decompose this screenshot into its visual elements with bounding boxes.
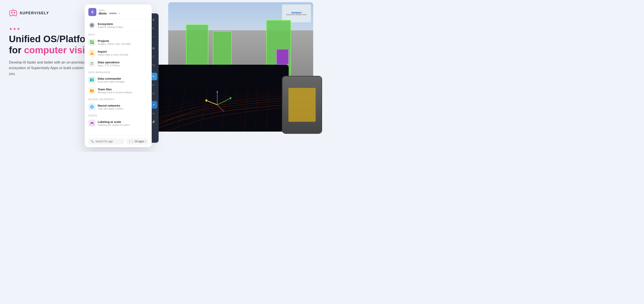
lidar-svg (155, 65, 289, 132)
synopsys-text: synopsys (291, 11, 302, 14)
svg-rect-34 (155, 65, 289, 132)
svg-rect-15 (92, 40, 94, 42)
labeling-subtitle: Labeling job, guides & exams (98, 124, 130, 126)
ecosystem-text: Ecosystem Explore catalog of apps (98, 22, 123, 28)
svg-rect-16 (90, 42, 92, 44)
chevron-down-icon: ▾ (119, 12, 120, 15)
labeling-icon (88, 120, 96, 127)
lidar-background (155, 65, 289, 132)
projects-subtitle: Images, videos, 3Ds, DICOMs (98, 42, 131, 45)
supervisely-logo-icon (9, 9, 18, 18)
import-subtitle: Import data in many formats (98, 53, 128, 56)
svg-rect-20 (92, 78, 94, 82)
svg-rect-1 (11, 12, 12, 14)
data-commander-text: Data commander Dual pane data manager (98, 77, 125, 83)
image-panel: synopsys Build Secure Software Faster (155, 0, 322, 152)
search-wrapper[interactable]: 🔍 (88, 138, 124, 144)
user-name: denis (98, 12, 107, 15)
sidebar-item-labeling[interactable]: Labeling at scale Labeling job, guides &… (85, 118, 152, 128)
search-bar: 🔍 ⋮⋮ All apps › (85, 136, 152, 147)
neural-networks-icon (88, 103, 96, 110)
data-commander-subtitle: Dual pane data manager (98, 80, 125, 83)
ecosystem-subtitle: Explore catalog of apps (98, 26, 123, 28)
sidebar-item-neural-networks[interactable]: Neural networks Train and apply models (85, 102, 152, 112)
logo-text: SUPERVISELY (20, 11, 49, 15)
neural-networks-title: Neural networks (98, 104, 123, 107)
section-neural-networks-label: NEURAL NETWORKS (85, 96, 152, 102)
import-title: Import (98, 50, 128, 53)
svg-rect-19 (90, 78, 92, 82)
tablet-screen (283, 76, 322, 133)
user-name-row: denis ADMIN ▾ (98, 12, 148, 15)
labeling-title: Labeling at scale (98, 120, 130, 124)
search-icon: 🔍 (90, 140, 94, 143)
backpack-overlay (276, 49, 289, 65)
sidebar-item-data-commander[interactable]: Data commander Dual pane data manager (85, 74, 152, 85)
data-operations-text: Data operations Apps, DTL & Python (98, 61, 120, 67)
grid-icon: ⋮⋮ (128, 140, 134, 143)
sidebar-item-import[interactable]: Import Import data in many formats (85, 48, 152, 58)
neural-networks-text: Neural networks Train and apply models (98, 104, 123, 110)
svg-rect-14 (90, 40, 92, 42)
import-text: Import Import data in many formats (98, 50, 128, 56)
team-files-subtitle: Manage local & remote artifacts (98, 91, 132, 94)
sidebar-header: d Team denis ADMIN ▾ (85, 4, 152, 20)
team-files-text: Team files Manage local & remote artifac… (98, 88, 132, 94)
data-commander-icon (88, 76, 96, 84)
svg-point-33 (92, 122, 93, 123)
avatar: d (88, 8, 96, 16)
neural-networks-subtitle: Train and apply models (98, 107, 123, 110)
section-users-label: USERS (85, 112, 152, 118)
user-info: Team denis ADMIN ▾ (98, 9, 148, 15)
section-data-managers-label: DATA MANAGERS (85, 69, 152, 74)
svg-point-27 (92, 106, 92, 107)
svg-point-10 (91, 24, 93, 26)
sidebar-item-projects[interactable]: Projects Images, videos, 3Ds, DICOMs (85, 37, 152, 48)
data-commander-title: Data commander (98, 77, 125, 80)
section-data-label: DATA (85, 31, 152, 37)
labeling-text: Labeling at scale Labeling job, guides &… (98, 120, 130, 126)
import-icon (88, 49, 96, 56)
chevron-right-icon: › (145, 140, 146, 143)
sidebar-item-team-files[interactable]: Team files Manage local & remote artifac… (85, 85, 152, 96)
tablet-content (288, 88, 316, 122)
svg-point-32 (90, 122, 92, 123)
ecosystem-title: Ecosystem (98, 22, 123, 26)
lidar-image (155, 65, 289, 132)
svg-rect-18 (90, 54, 94, 55)
ecosystem-icon (88, 22, 96, 29)
synopsys-subtext: Build Secure Software Faster (286, 14, 306, 16)
tablet-image (282, 76, 322, 134)
svg-rect-2 (14, 12, 15, 14)
data-operations-subtitle: Apps, DTL & Python (98, 64, 120, 67)
team-label: Team (98, 9, 148, 12)
user-row[interactable]: d Team denis ADMIN ▾ (88, 8, 148, 16)
svg-rect-17 (92, 42, 94, 44)
projects-text: Projects Images, videos, 3Ds, DICOMs (98, 39, 131, 45)
projects-icon (88, 38, 96, 46)
team-files-title: Team files (98, 88, 132, 91)
svg-line-7 (12, 9, 13, 10)
projects-title: Projects (98, 39, 131, 42)
svg-rect-0 (10, 11, 17, 16)
sidebar-item-data-operations[interactable]: Data operations Apps, DTL & Python (85, 58, 152, 69)
data-operations-title: Data operations (98, 61, 120, 64)
synopsys-sign: synopsys Build Secure Software Faster (282, 4, 311, 22)
svg-line-9 (14, 9, 14, 10)
ecosystem-item[interactable]: Ecosystem Explore catalog of apps (85, 20, 152, 31)
all-apps-label: All apps (134, 140, 144, 143)
all-apps-button[interactable]: ⋮⋮ All apps › (126, 138, 148, 144)
admin-badge: ADMIN (108, 12, 118, 15)
sidebar-panel: d Team denis ADMIN ▾ Ecosystem Explore (85, 4, 152, 147)
team-files-icon (88, 87, 96, 94)
data-operations-icon (88, 60, 96, 67)
search-input[interactable] (95, 140, 122, 143)
